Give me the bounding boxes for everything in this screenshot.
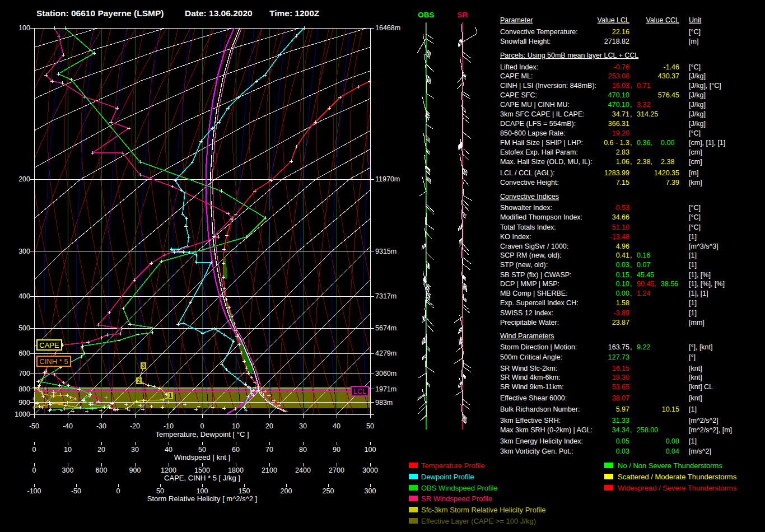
svg-text:CAPE ML:: CAPE ML: [500,72,533,80]
svg-text:9315m: 9315m [375,248,397,255]
svg-text:-40: -40 [63,422,73,430]
svg-text:CINH | LSI (Inversion: 848mB):: CINH | LSI (Inversion: 848mB): [500,82,596,90]
svg-text:Convective Temperature:: Convective Temperature: [500,28,578,36]
svg-text:200: 200 [18,175,30,183]
svg-text:3: 3 [142,363,145,369]
svg-text:FM Hail Size | SHIP | LHP:: FM Hail Size | SHIP | LHP: [500,139,583,147]
svg-text:Precipitable Water:: Precipitable Water: [500,319,559,326]
svg-text:Windspeed [ knt ]: Windspeed [ knt ] [174,453,230,461]
svg-text:-0.76: -0.76 [614,63,630,71]
svg-text:45.45: 45.45 [637,271,654,279]
svg-text:[knt]: [knt] [689,394,702,402]
svg-text:0.03: 0.03 [616,261,629,269]
svg-text:Temperature, Dewpoint [ °C ]: Temperature, Dewpoint [ °C ] [155,430,249,438]
svg-text:-3.89: -3.89 [614,309,630,317]
svg-text:DCP | MMP | MSP:: DCP | MMP | MSP: [500,280,559,288]
svg-text:0: 0 [32,446,36,454]
svg-text:,: , [630,290,632,297]
svg-text:34.66: 34.66 [612,213,629,221]
svg-text:,: , [630,280,632,288]
svg-text:30: 30 [299,422,307,430]
svg-text:Dewpoint Profile: Dewpoint Profile [421,473,474,481]
svg-text:983m: 983m [375,399,393,407]
svg-text:253.08: 253.08 [608,72,629,80]
svg-text:7.39: 7.39 [666,179,679,186]
svg-text:100: 100 [197,487,208,495]
svg-text:KO Index:: KO Index: [500,233,531,241]
svg-text:Storm Direction | Motion:: Storm Direction | Motion: [500,343,577,351]
svg-text:-100: -100 [27,487,41,495]
svg-text:34.34: 34.34 [612,426,629,434]
svg-text:-10: -10 [164,422,174,430]
svg-text:Value LCL: Value LCL [598,16,629,24]
svg-text:OBS: OBS [418,11,434,19]
svg-text:[1]: [1] [689,299,697,307]
svg-text:[1]: [1] [689,261,697,269]
svg-text:470.10: 470.10 [608,101,629,109]
svg-text:Temperature Profile: Temperature Profile [421,461,484,470]
svg-text:40: 40 [165,446,172,454]
svg-text:SR Windspeed Profile: SR Windspeed Profile [421,494,492,503]
svg-text:1971m: 1971m [375,385,397,393]
svg-text:38.07: 38.07 [612,394,629,402]
svg-text:[1]: [1] [689,251,697,259]
svg-text:2718.82: 2718.82 [604,38,629,45]
svg-text:400: 400 [18,292,30,300]
svg-text:3km Energy Helicity Index:: 3km Energy Helicity Index: [500,437,583,445]
svg-text:Max. Hail Size (OLD, MU, IL):: Max. Hail Size (OLD, MU, IL): [500,158,593,166]
svg-text:[°C]: [°C] [689,63,701,71]
svg-text:0.08: 0.08 [666,437,679,445]
svg-text:0.41: 0.41 [616,251,629,259]
svg-text:[cm]: [cm] [689,148,702,156]
svg-text:SR Wind 9km-11km:: SR Wind 9km-11km: [500,383,564,391]
svg-text:163.75: 163.75 [608,343,629,351]
svg-text:[mm]: [mm] [689,319,705,326]
svg-text:20: 20 [97,446,105,454]
svg-text:Modified Thompson Index:: Modified Thompson Index: [500,213,582,221]
svg-text:0.15: 0.15 [616,271,629,279]
svg-text:80: 80 [299,446,307,454]
svg-text:53.65: 53.65 [612,383,629,391]
svg-text:-0.53: -0.53 [614,204,630,212]
svg-text:60: 60 [232,446,240,454]
svg-text:[J/kg]: [J/kg] [689,72,706,80]
svg-text:[°C]: [°C] [689,223,701,231]
svg-text:1.58: 1.58 [616,299,629,307]
svg-text:7317m: 7317m [375,292,397,300]
svg-text:5674m: 5674m [375,324,397,332]
svg-text:0.6 - 1.3: 0.6 - 1.3 [604,139,629,147]
svg-text:11970m: 11970m [375,175,400,183]
svg-text:250: 250 [323,487,334,495]
svg-text:Station: 06610 Payerne (LSMP): Station: 06610 Payerne (LSMP) [36,8,164,18]
svg-text:2700: 2700 [329,466,344,474]
svg-text:Unit: Unit [689,16,702,24]
svg-text:600: 600 [96,466,108,474]
svg-text:0.10: 0.10 [616,280,629,288]
svg-text:4.96: 4.96 [616,242,629,250]
svg-text:[m]: [m] [689,38,698,45]
svg-text:1283.99: 1283.99 [604,169,629,177]
svg-text:Parcels: Using 50mB mean layer: Parcels: Using 50mB mean layer LCL + CCL [500,52,638,59]
svg-text:,: , [630,426,632,434]
svg-text:51.10: 51.10 [612,223,629,231]
svg-text:,: , [630,343,632,351]
svg-text:Convective Indices: Convective Indices [500,193,559,200]
svg-text:50: 50 [198,446,206,454]
svg-text:0.07: 0.07 [637,261,650,269]
svg-text:900: 900 [129,466,141,474]
svg-text:Widespread / Severe Thundersto: Widespread / Severe Thunderstorms [618,484,737,492]
svg-text:3km Vorticity Gen. Pot.:: 3km Vorticity Gen. Pot.: [500,447,573,455]
svg-text:10: 10 [64,446,72,454]
svg-text:[m]: [m] [689,169,698,177]
svg-text:0: 0 [200,422,204,430]
svg-text:-50: -50 [29,422,39,430]
svg-text:,: , [630,110,632,118]
svg-text:SR: SR [458,11,468,19]
svg-text:Scattered / Moderate Thunderst: Scattered / Moderate Thunderstorms [618,473,737,481]
svg-text:LCL / CCL (AGL):: LCL / CCL (AGL): [500,169,555,177]
svg-text:200: 200 [281,487,292,495]
svg-text:-50: -50 [71,487,81,495]
svg-text:Exp. Supercell Index CH:: Exp. Supercell Index CH: [500,299,579,307]
svg-text:430.37: 430.37 [658,72,679,80]
svg-text:50: 50 [156,487,164,495]
